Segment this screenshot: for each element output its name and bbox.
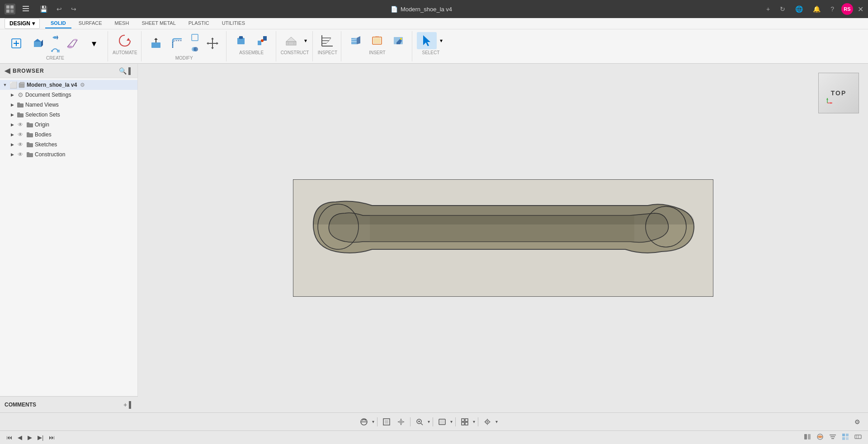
press-pull-btn[interactable] [146, 35, 166, 52]
sweep-icon [51, 45, 60, 54]
view-display-btn[interactable] [436, 416, 448, 428]
sketches-eye-icon[interactable]: 👁 [17, 141, 24, 148]
settings-btn[interactable]: ⚙ [851, 416, 863, 428]
ribbon-group-automate: AUTOMATE [109, 31, 142, 61]
view-display-dropdown[interactable]: ▾ [450, 419, 453, 424]
globe-btn[interactable]: 🌐 [793, 5, 806, 14]
comments-add-icon[interactable]: + [123, 401, 127, 408]
new-component-btn[interactable] [231, 32, 251, 49]
refresh-btn[interactable]: ↻ [777, 5, 788, 14]
select-btn[interactable] [417, 32, 437, 49]
timeline-expand-btn[interactable] [853, 432, 863, 443]
tab-mesh[interactable]: MESH [109, 19, 135, 28]
insert-label: INSERT [369, 50, 386, 55]
create-more-btn[interactable]: ▾ [84, 35, 104, 52]
browser-item-selection-sets[interactable]: ▶ Selection Sets [0, 110, 137, 120]
insert-decal-btn[interactable] [388, 32, 408, 49]
file-menu-btn[interactable] [19, 4, 33, 14]
browser-item-document-settings[interactable]: ▶ ⚙ Document Settings [0, 90, 137, 100]
timeline-filter-btn[interactable] [827, 432, 838, 443]
snap-settings-btn[interactable] [481, 416, 494, 428]
construction-eye-icon[interactable]: 👁 [17, 151, 24, 158]
step-back-btn[interactable]: ◀ [16, 433, 24, 442]
shell-btn[interactable] [189, 32, 201, 43]
tab-plastic[interactable]: PLASTIC [183, 19, 215, 28]
select-label: SELECT [422, 50, 439, 55]
browser-item-bodies[interactable]: ▶ 👁 Bodies [0, 130, 137, 140]
revolve-btn[interactable] [49, 32, 61, 43]
browser-item-named-views[interactable]: ▶ Named Views [0, 100, 137, 110]
browser-item-origin[interactable]: ▶ 👁 Origin [0, 120, 137, 130]
tab-surface[interactable]: SURFACE [73, 19, 108, 28]
select-dropdown-btn[interactable]: ▾ [438, 37, 444, 45]
sep2 [410, 417, 410, 426]
close-btn[interactable]: ✕ [858, 5, 863, 14]
redo-btn[interactable]: ↪ [68, 5, 79, 14]
browser-root-item[interactable]: ▼ ⬜ Modern_shoe_la v4 ⚙ [0, 80, 137, 90]
new-tab-btn[interactable]: + [764, 5, 773, 14]
svg-rect-100 [462, 422, 464, 425]
viewport[interactable]: TOP [138, 64, 868, 412]
joint-btn[interactable] [252, 32, 272, 49]
grid-dropdown[interactable]: ▾ [473, 419, 475, 424]
automate-tools [115, 32, 135, 49]
tab-solid[interactable]: SOLID [45, 19, 71, 28]
tab-utilities[interactable]: UTILITIES [217, 19, 250, 28]
tab-sheet-metal[interactable]: SHEET METAL [136, 19, 181, 28]
view-cube-top[interactable]: TOP [818, 73, 859, 113]
pan-btn[interactable] [395, 416, 407, 428]
root-arrow: ▼ [2, 82, 8, 88]
fit-to-screen-btn[interactable] [380, 416, 393, 428]
play-btn[interactable]: ▶ [26, 433, 34, 442]
view-cube[interactable]: TOP [818, 73, 859, 113]
bottom-toolbar-center: ▾ ▾ ▾ ▾ [358, 416, 498, 428]
fillet-btn[interactable] [167, 35, 187, 52]
loft-btn[interactable] [63, 35, 83, 52]
notification-btn[interactable]: 🔔 [810, 5, 823, 14]
save-btn[interactable]: 💾 [37, 5, 50, 14]
browser-collapse-btn[interactable]: ▌ [128, 67, 133, 75]
browser-item-construction[interactable]: ▶ 👁 Construction [0, 150, 137, 159]
browser-search-icon[interactable]: 🔍 [119, 67, 127, 75]
undo-btn[interactable]: ↩ [54, 5, 65, 14]
svg-rect-0 [6, 5, 9, 9]
insert-canvas-btn[interactable] [367, 32, 387, 49]
extrude-btn[interactable] [28, 35, 47, 52]
help-btn[interactable]: ? [828, 5, 837, 14]
grid-toggle-btn[interactable] [458, 416, 471, 428]
construct-btn[interactable] [281, 32, 301, 49]
sweep-btn[interactable] [49, 44, 61, 55]
zoom-dropdown[interactable]: ▾ [428, 419, 430, 424]
svg-marker-29 [217, 42, 218, 45]
go-to-start-btn[interactable]: ⏮ [5, 433, 14, 442]
select-dropdown-arrow: ▾ [440, 37, 443, 44]
inspect-btn[interactable] [317, 32, 337, 49]
origin-folder-icon [26, 121, 33, 128]
timeline-color-btn[interactable] [815, 432, 826, 443]
root-settings-icon[interactable]: ⚙ [80, 82, 85, 88]
automate-btn[interactable] [115, 32, 135, 49]
svg-marker-11 [34, 39, 41, 42]
move-btn[interactable] [203, 35, 222, 52]
snap-dropdown[interactable]: ▾ [495, 419, 498, 424]
comments-collapse-icon[interactable]: ▌ [129, 401, 133, 408]
browser-item-sketches[interactable]: ▶ 👁 Sketches [0, 140, 137, 150]
combine-btn[interactable] [189, 44, 201, 55]
bodies-eye-icon[interactable]: 👁 [17, 131, 24, 138]
timeline-settings-btn[interactable] [802, 432, 813, 443]
zoom-in-btn[interactable] [413, 416, 426, 428]
origin-eye-icon[interactable]: 👁 [17, 121, 24, 128]
svg-marker-20 [154, 38, 158, 40]
insert-mesh-btn[interactable] [346, 32, 366, 49]
construct-icon [284, 33, 298, 48]
user-avatar[interactable]: RS [841, 3, 853, 15]
construct-dropdown-btn[interactable]: ▾ [302, 37, 309, 45]
timeline-view-btn[interactable] [840, 432, 851, 443]
step-forward-btn[interactable]: ▶| [36, 433, 45, 442]
create-new-component-btn[interactable] [6, 35, 26, 52]
go-to-end-btn[interactable]: ⏭ [47, 433, 57, 442]
orbit-btn[interactable] [358, 416, 370, 428]
modify-tools [146, 32, 222, 55]
design-dropdown[interactable]: DESIGN ▾ [5, 18, 40, 29]
orbit-dropdown[interactable]: ▾ [372, 419, 374, 424]
